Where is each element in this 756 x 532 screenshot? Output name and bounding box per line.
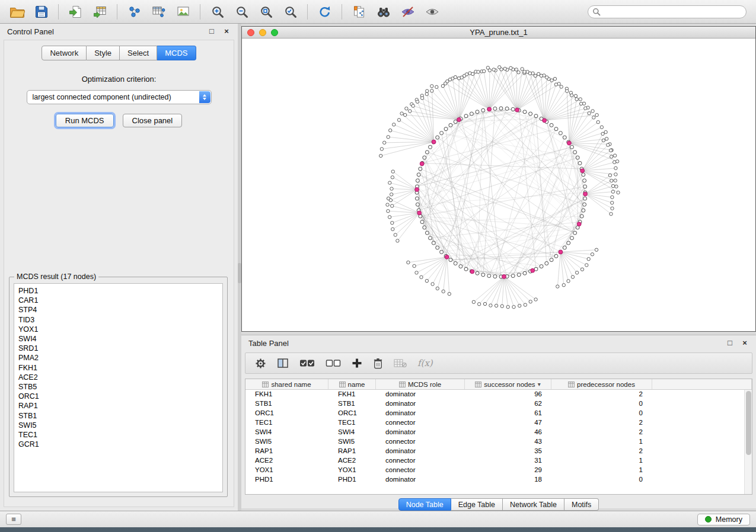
mcds-result-group: MCDS result (17 nodes) PHD1CAR1STP4TID3Y… (9, 277, 228, 497)
clone-network-button[interactable] (348, 3, 370, 21)
zoom-in-button[interactable] (206, 3, 228, 21)
export-image-button[interactable] (172, 3, 194, 21)
tab-mcds[interactable]: MCDS (157, 46, 196, 60)
table-row[interactable]: PHD1PHD1dominator180 (245, 475, 752, 485)
run-mcds-button[interactable]: Run MCDS (56, 114, 114, 127)
cell-shared_name: ACE2 (245, 456, 328, 466)
add-row-button[interactable] (352, 358, 362, 368)
close-window-button[interactable] (247, 29, 254, 36)
table-row[interactable]: RAP1RAP1dominator352 (245, 447, 752, 456)
zoom-selected-button[interactable] (279, 3, 301, 21)
mcds-result-item[interactable]: SRD1 (14, 344, 222, 353)
mcds-result-item[interactable]: TEC1 (14, 430, 222, 440)
mcds-result-item[interactable]: TID3 (14, 315, 222, 325)
mcds-result-item[interactable]: ACE2 (14, 373, 222, 382)
tab-select[interactable]: Select (120, 46, 157, 60)
float-panel-icon[interactable]: □ (208, 27, 216, 36)
column-header-name[interactable]: name (328, 379, 376, 389)
table-row[interactable]: ORC1ORC1dominator610 (245, 409, 752, 418)
cell-filler (652, 399, 752, 409)
refresh-button[interactable] (314, 3, 336, 21)
table-row[interactable]: ACE2ACE2connector311 (245, 456, 752, 466)
table-row[interactable]: FKH1FKH1dominator962 (245, 390, 752, 399)
tab-node-table[interactable]: Node Table (398, 498, 451, 511)
close-table-panel-icon[interactable]: × (741, 339, 749, 347)
select-all-button[interactable] (299, 358, 315, 368)
node-table-header: shared namenameMCDS rolesuccessor nodes▾… (245, 379, 752, 390)
table-scrollbar-thumb[interactable] (746, 391, 751, 455)
mcds-result-item[interactable]: GCR1 (14, 440, 222, 449)
zoom-fit-button[interactable] (255, 3, 277, 21)
zoom-fit-icon (259, 5, 273, 18)
mcds-result-item[interactable]: RAP1 (14, 401, 222, 411)
criterion-dropdown[interactable]: largest connected component (undirected) (27, 90, 212, 104)
column-header-MCDS-role[interactable]: MCDS role (376, 379, 465, 389)
sort-chevron-icon: ▾ (538, 381, 541, 387)
cell-filler (652, 428, 752, 437)
maximize-window-button[interactable] (271, 29, 278, 36)
cell-shared_name: YOX1 (245, 466, 328, 475)
table-scrollbar[interactable] (744, 390, 752, 494)
mcds-result-item[interactable]: PHD1 (14, 286, 222, 296)
new-network-button[interactable] (123, 3, 145, 21)
tab-style[interactable]: Style (87, 46, 120, 60)
network-window-titlebar[interactable]: YPA_prune.txt_1 (242, 27, 755, 39)
minimize-window-button[interactable] (259, 29, 266, 36)
close-panel-button[interactable]: Close panel (123, 114, 183, 127)
table-panel-title: Table Panel (248, 339, 289, 348)
network-from-table-button[interactable] (148, 3, 170, 21)
table-row[interactable]: YOX1YOX1connector291 (245, 466, 752, 475)
show-graphics-button[interactable] (421, 3, 443, 21)
toggle-graphics-details-button[interactable] (397, 3, 419, 21)
mcds-result-item[interactable]: CAR1 (14, 296, 222, 305)
table-row[interactable]: TEC1TEC1connector472 (245, 418, 752, 428)
tab-network[interactable]: Network (42, 46, 87, 60)
table-settings-button[interactable] (255, 358, 266, 369)
show-columns-button[interactable] (277, 358, 289, 368)
cell-predecessors: 0 (551, 475, 652, 485)
cell-role: dominator (376, 399, 465, 409)
table-row[interactable]: STB1STB1dominator620 (245, 399, 752, 409)
column-header-predecessor-nodes[interactable]: predecessor nodes (551, 379, 652, 389)
unselect-all-button[interactable] (326, 358, 341, 368)
column-header-successor-nodes[interactable]: successor nodes▾ (465, 379, 551, 389)
mcds-result-item[interactable]: YOX1 (14, 325, 222, 334)
mcds-result-item[interactable]: ORC1 (14, 392, 222, 401)
network-canvas-svg[interactable] (242, 39, 755, 331)
save-button[interactable] (30, 3, 52, 21)
mcds-result-list[interactable]: PHD1CAR1STP4TID3YOX1SWI4SRD1PMA2FKH1ACE2… (14, 283, 223, 492)
mcds-result-item[interactable]: FKH1 (14, 363, 222, 373)
column-header-shared-name[interactable]: shared name (245, 379, 328, 389)
cell-predecessors: 0 (551, 409, 652, 418)
table-row[interactable]: SWI5SWI5connector431 (245, 437, 752, 447)
column-grid-icon (399, 382, 406, 387)
mcds-result-item[interactable]: STP4 (14, 305, 222, 315)
mcds-result-item[interactable]: STB1 (14, 411, 222, 421)
delete-row-button[interactable] (373, 358, 383, 369)
float-table-panel-icon[interactable]: □ (726, 339, 734, 347)
mcds-result-item[interactable]: SWI4 (14, 334, 222, 344)
import-network-file-button[interactable] (65, 3, 87, 21)
cell-successors: 47 (465, 418, 551, 428)
open-button[interactable] (6, 3, 28, 21)
tab-edge-table[interactable]: Edge Table (451, 498, 503, 511)
column-grid-icon (568, 382, 575, 387)
zoom-out-button[interactable] (231, 3, 253, 21)
close-control-panel-icon[interactable]: × (222, 27, 231, 36)
import-table-file-button[interactable] (89, 3, 111, 21)
column-header-filler (652, 379, 752, 389)
cell-filler (652, 409, 752, 418)
find-button[interactable] (372, 3, 394, 21)
cell-successors: 96 (465, 390, 551, 399)
menu-button[interactable]: ≡ (6, 514, 21, 525)
mcds-result-item[interactable]: PMA2 (14, 353, 222, 363)
search-input[interactable] (588, 5, 747, 18)
mcds-result-item[interactable]: SWI5 (14, 421, 222, 430)
table-row[interactable]: SWI4SWI4dominator462 (245, 428, 752, 437)
mcds-result-item[interactable]: STB5 (14, 382, 222, 392)
cell-successors: 61 (465, 409, 551, 418)
tab-motifs[interactable]: Motifs (564, 498, 599, 511)
cell-successors: 31 (465, 456, 551, 466)
tab-network-table[interactable]: Network Table (503, 498, 564, 511)
memory-button[interactable]: Memory (697, 514, 750, 525)
